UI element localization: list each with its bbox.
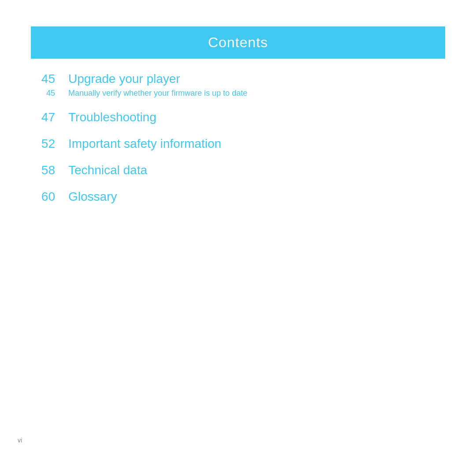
toc-item-technical: 58 Technical data bbox=[35, 163, 441, 177]
toc-item-main-troubleshooting: 47 Troubleshooting bbox=[35, 110, 441, 124]
toc-item-glossary: 60 Glossary bbox=[35, 190, 441, 204]
toc-sub-title-firmware: Manually verify whether your firmware is… bbox=[68, 89, 247, 98]
page-footer: vi bbox=[18, 437, 22, 444]
contents-title: Contents bbox=[208, 34, 268, 50]
toc-item-safety: 52 Important safety information bbox=[35, 137, 441, 151]
toc-number-upgrade: 45 bbox=[35, 72, 55, 86]
toc-title-glossary: Glossary bbox=[68, 190, 117, 204]
toc-item-main-technical: 58 Technical data bbox=[35, 163, 441, 177]
page-container: Contents 45 Upgrade your player 45 Manua… bbox=[0, 0, 476, 457]
toc-sub-item-firmware: 45 Manually verify whether your firmware… bbox=[35, 89, 441, 98]
toc-number-troubleshooting: 47 bbox=[35, 110, 55, 124]
toc-sub-list-upgrade: 45 Manually verify whether your firmware… bbox=[35, 89, 441, 98]
toc-title-technical: Technical data bbox=[68, 163, 147, 177]
toc-item-main-glossary: 60 Glossary bbox=[35, 190, 441, 204]
toc-number-safety: 52 bbox=[35, 137, 55, 151]
footer-page-number: vi bbox=[18, 437, 22, 444]
toc-item-main-upgrade: 45 Upgrade your player bbox=[35, 72, 441, 86]
toc-title-upgrade: Upgrade your player bbox=[68, 72, 180, 86]
toc-item-main-safety: 52 Important safety information bbox=[35, 137, 441, 151]
toc-title-troubleshooting: Troubleshooting bbox=[68, 110, 156, 124]
toc-number-glossary: 60 bbox=[35, 190, 55, 204]
toc-number-technical: 58 bbox=[35, 163, 55, 177]
contents-header: Contents bbox=[31, 26, 445, 59]
toc-list: 45 Upgrade your player 45 Manually verif… bbox=[35, 72, 441, 204]
toc-title-safety: Important safety information bbox=[68, 137, 221, 151]
toc-item-upgrade: 45 Upgrade your player 45 Manually verif… bbox=[35, 72, 441, 98]
toc-item-troubleshooting: 47 Troubleshooting bbox=[35, 110, 441, 124]
toc-sub-number-firmware: 45 bbox=[35, 89, 55, 98]
